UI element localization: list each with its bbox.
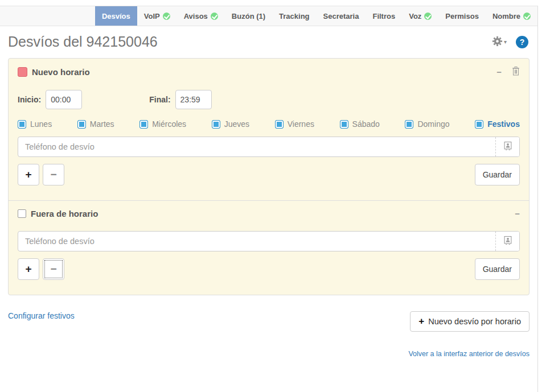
day-checkbox-domingo[interactable] bbox=[405, 120, 413, 129]
day-item-miercoles: Miércoles bbox=[139, 119, 186, 129]
forward-phone-input[interactable] bbox=[18, 137, 495, 156]
offhours-section-header: Fuera de horario − bbox=[18, 209, 520, 218]
top-nav: Desvíos VoIP Avisos Buzón (1) Tracking S… bbox=[0, 6, 537, 26]
days-row: Lunes Martes Miércoles Jueves Viernes bbox=[18, 119, 520, 129]
tab-nombre[interactable]: Nombre bbox=[486, 6, 537, 26]
footer-row: Configurar festivos + Nuevo desvío por h… bbox=[0, 295, 537, 358]
offhours-phone-group bbox=[18, 231, 520, 251]
day-label: Viernes bbox=[288, 119, 314, 129]
save-button[interactable]: Guardar bbox=[475, 164, 520, 185]
address-book-icon bbox=[504, 236, 512, 246]
tab-label: VoIP bbox=[144, 12, 160, 20]
remove-row-button[interactable]: − bbox=[43, 258, 64, 280]
tab-label: Voz bbox=[409, 12, 421, 20]
schedule-enabled-checkbox[interactable] bbox=[18, 67, 27, 77]
remove-row-button[interactable]: − bbox=[43, 164, 64, 185]
plus-icon: + bbox=[418, 316, 424, 327]
caret-down-icon: ▾ bbox=[504, 39, 507, 45]
save-button[interactable]: Guardar bbox=[475, 258, 520, 280]
tab-voz[interactable]: Voz bbox=[402, 6, 438, 26]
schedule-section-title: Nuevo horario bbox=[32, 67, 90, 77]
contacts-addon-button[interactable] bbox=[495, 137, 519, 156]
day-checkbox-festivos[interactable] bbox=[475, 120, 483, 129]
final-label: Final: bbox=[149, 95, 170, 104]
tab-label: Desvíos bbox=[102, 12, 130, 20]
day-item-domingo: Domingo bbox=[405, 119, 449, 129]
help-button[interactable]: ? bbox=[516, 36, 528, 48]
collapse-button[interactable]: − bbox=[496, 68, 502, 76]
offhours-actions-row: + − Guardar bbox=[18, 258, 520, 280]
day-item-lunes: Lunes bbox=[18, 119, 52, 129]
page-container: Desvíos VoIP Avisos Buzón (1) Tracking S… bbox=[0, 6, 538, 392]
tab-avisos[interactable]: Avisos bbox=[177, 6, 225, 26]
day-label: Miércoles bbox=[152, 119, 186, 129]
tab-label: Tracking bbox=[279, 12, 309, 20]
day-label: Jueves bbox=[224, 119, 249, 129]
footer-right: + Nuevo desvío por horario Volver a la i… bbox=[408, 311, 530, 358]
back-to-old-interface-link[interactable]: Volver a la interfaz anterior de desvíos bbox=[408, 350, 530, 358]
tab-buzon[interactable]: Buzón (1) bbox=[225, 6, 272, 26]
day-label: Martes bbox=[90, 119, 114, 129]
inicio-label: Inicio: bbox=[18, 95, 41, 104]
day-item-martes: Martes bbox=[77, 119, 114, 129]
day-checkbox-jueves[interactable] bbox=[212, 120, 220, 129]
address-book-icon bbox=[504, 142, 512, 152]
add-row-button[interactable]: + bbox=[18, 258, 39, 280]
day-item-jueves: Jueves bbox=[212, 119, 249, 129]
day-checkbox-sabado[interactable] bbox=[340, 120, 348, 129]
tab-voip[interactable]: VoIP bbox=[137, 6, 177, 26]
tab-filtros[interactable]: Filtros bbox=[366, 6, 402, 26]
day-checkbox-viernes[interactable] bbox=[275, 120, 284, 129]
new-forward-button[interactable]: + Nuevo desvío por horario bbox=[410, 311, 530, 332]
day-label: Sábado bbox=[352, 119, 380, 129]
offhours-phone-input[interactable] bbox=[18, 232, 495, 251]
day-checkbox-martes[interactable] bbox=[77, 120, 86, 129]
question-mark-icon: ? bbox=[520, 38, 525, 47]
forward-phone-group bbox=[18, 137, 520, 157]
check-circle-icon bbox=[523, 13, 531, 20]
day-checkbox-miercoles[interactable] bbox=[139, 120, 148, 129]
add-row-button[interactable]: + bbox=[18, 164, 39, 185]
tab-label: Permisos bbox=[445, 12, 479, 20]
gear-icon bbox=[492, 36, 503, 48]
title-row: Desvíos del 942150046 ▾ bbox=[0, 26, 537, 55]
configure-holidays-link[interactable]: Configurar festivos bbox=[8, 311, 75, 320]
check-circle-icon bbox=[163, 13, 170, 20]
day-item-festivos: Festivos bbox=[475, 119, 520, 129]
offhours-section: Fuera de horario − bbox=[9, 201, 529, 295]
offhours-enabled-checkbox[interactable] bbox=[18, 209, 26, 218]
check-circle-icon bbox=[424, 13, 432, 20]
trash-icon[interactable] bbox=[512, 67, 520, 77]
new-forward-label: Nuevo desvío por horario bbox=[428, 317, 521, 326]
collapse-button[interactable]: − bbox=[515, 209, 520, 218]
tab-permisos[interactable]: Permisos bbox=[438, 6, 486, 26]
festivos-link[interactable]: Festivos bbox=[487, 119, 520, 129]
forwards-panel: Nuevo horario − bbox=[8, 58, 530, 295]
tab-tracking[interactable]: Tracking bbox=[272, 6, 316, 26]
day-item-sabado: Sábado bbox=[340, 119, 380, 129]
page-title: Desvíos del 942150046 bbox=[8, 34, 158, 50]
schedule-section-header: Nuevo horario − bbox=[18, 67, 520, 77]
schedule-header-left: Nuevo horario bbox=[18, 67, 90, 77]
offhours-header-right: − bbox=[515, 209, 520, 218]
settings-menu-button[interactable]: ▾ bbox=[492, 36, 507, 48]
schedule-actions-row: + − Guardar bbox=[18, 164, 520, 185]
schedule-header-right: − bbox=[496, 67, 520, 77]
day-checkbox-lunes[interactable] bbox=[18, 120, 26, 129]
title-icons: ▾ ? bbox=[492, 36, 528, 48]
tab-secretaria[interactable]: Secretaria bbox=[317, 6, 366, 26]
inicio-input[interactable] bbox=[46, 90, 82, 109]
tab-label: Filtros bbox=[372, 12, 395, 20]
schedule-section: Nuevo horario − bbox=[9, 59, 529, 200]
tab-label: Nombre bbox=[492, 12, 520, 20]
day-label: Domingo bbox=[417, 119, 449, 129]
final-input[interactable] bbox=[175, 90, 212, 109]
tab-label: Avisos bbox=[184, 12, 208, 20]
time-range-row: Inicio: Final: bbox=[18, 90, 520, 109]
offhours-section-title: Fuera de horario bbox=[31, 209, 98, 218]
tab-label: Secretaria bbox=[323, 12, 359, 20]
offhours-header-left: Fuera de horario bbox=[18, 209, 98, 218]
day-label: Lunes bbox=[30, 119, 52, 129]
contacts-addon-button[interactable] bbox=[495, 232, 519, 251]
tab-desvios[interactable]: Desvíos bbox=[95, 6, 137, 26]
